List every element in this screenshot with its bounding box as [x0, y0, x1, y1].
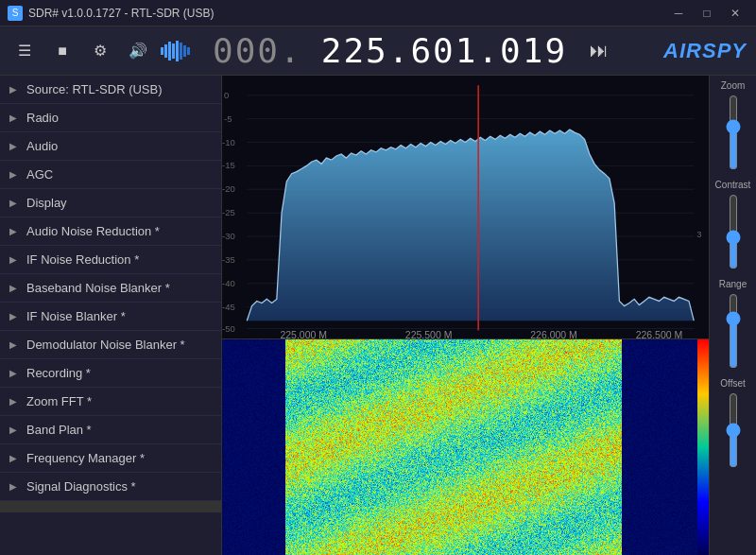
range-slider[interactable]: [726, 293, 741, 369]
spectrum-svg: 0 -5 -10 -15 -20 -25 -30 -35 -40 -45 -50…: [222, 76, 709, 338]
svg-text:-35: -35: [222, 254, 235, 265]
sidebar-arrow: ▶: [9, 368, 19, 378]
spectrum-area: 0 -5 -10 -15 -20 -25 -30 -35 -40 -45 -50…: [222, 76, 709, 555]
sidebar-arrow: ▶: [9, 226, 19, 236]
title-controls: ─ □ ✕: [665, 4, 748, 23]
contrast-control: Contrast: [710, 180, 756, 269]
svg-text:0: 0: [224, 90, 229, 100]
sidebar-item-label: Recording *: [26, 366, 91, 380]
range-control: Range: [710, 279, 756, 369]
sidebar-arrow: ▶: [9, 453, 19, 463]
zoom-control: Zoom: [710, 80, 756, 170]
close-button[interactable]: ✕: [722, 4, 748, 23]
airspy-logo: AIRSPY: [663, 39, 747, 63]
svg-text:-50: -50: [222, 323, 235, 334]
maximize-button[interactable]: □: [694, 4, 720, 23]
svg-text:225.500 M: 225.500 M: [405, 330, 453, 338]
sidebar-item-11[interactable]: ▶Zoom FFT *: [0, 388, 221, 416]
right-controls: Zoom Contrast Range Offset: [709, 76, 756, 555]
sidebar-item-8[interactable]: ▶IF Noise Blanker *: [0, 303, 221, 331]
offset-slider[interactable]: [726, 392, 741, 468]
sidebar-item-9[interactable]: ▶Demodulator Noise Blanker *: [0, 331, 221, 359]
sidebar-item-1[interactable]: ▶Radio: [0, 104, 221, 132]
app-icon: S: [8, 6, 23, 21]
sidebar-item-label: Audio Noise Reduction *: [26, 224, 160, 238]
svg-text:-20: -20: [222, 183, 235, 194]
settings-button[interactable]: ⚙: [85, 36, 115, 66]
sidebar-arrow: ▶: [9, 339, 19, 350]
freq-value: 225.601.019: [321, 31, 567, 70]
svg-text:-40: -40: [222, 278, 235, 288]
sidebar-item-0[interactable]: ▶Source: RTL-SDR (USB): [0, 76, 221, 104]
range-label: Range: [719, 279, 747, 289]
sidebar-item-label: IF Noise Blanker *: [26, 309, 126, 323]
zoom-slider[interactable]: [726, 95, 741, 170]
sidebar-scrollbar[interactable]: [0, 501, 221, 512]
svg-text:-10: -10: [222, 137, 235, 147]
sidebar-item-label: Source: RTL-SDR (USB): [26, 82, 163, 96]
sidebar-item-7[interactable]: ▶Baseband Noise Blanker *: [0, 274, 221, 303]
sidebar-item-label: IF Noise Reduction *: [26, 252, 139, 267]
svg-text:-25: -25: [222, 207, 235, 217]
svg-text:225.000 M: 225.000 M: [280, 330, 327, 338]
skip-button[interactable]: ⏭: [590, 40, 609, 61]
svg-text:-15: -15: [222, 161, 235, 171]
sidebar-item-label: AGC: [26, 167, 53, 182]
sidebar-arrow: ▶: [9, 283, 19, 293]
sidebar-arrow: ▶: [9, 84, 19, 95]
audio-button[interactable]: 🔊: [123, 36, 153, 66]
sidebar-arrow: ▶: [9, 481, 19, 492]
frequency-display: 000. 225.601.019: [203, 31, 576, 70]
sidebar-arrow: ▶: [9, 254, 19, 265]
offset-control: Offset: [710, 378, 756, 468]
menu-button[interactable]: ☰: [9, 36, 40, 66]
svg-text:-45: -45: [222, 302, 235, 312]
sidebar-item-label: Radio: [26, 111, 59, 125]
toolbar: ☰ ■ ⚙ 🔊 000. 225.601.019 ⏭ AIRSPY: [0, 26, 756, 76]
sidebar-item-label: Baseband Noise Blanker *: [26, 281, 170, 295]
svg-text:226.500 M: 226.500 M: [636, 330, 683, 338]
spectrum-panel[interactable]: 0 -5 -10 -15 -20 -25 -30 -35 -40 -45 -50…: [222, 76, 709, 339]
sidebar-item-4[interactable]: ▶Display: [0, 189, 221, 217]
minimize-button[interactable]: ─: [665, 4, 692, 23]
sidebar-item-label: Audio: [26, 139, 58, 153]
stop-button[interactable]: ■: [47, 36, 77, 66]
sidebar-item-13[interactable]: ▶Frequency Manager *: [0, 444, 221, 473]
svg-text:-30: -30: [222, 231, 235, 241]
title-bar: S SDR# v1.0.0.1727 - RTL-SDR (USB) ─ □ ✕: [0, 0, 756, 26]
sidebar-item-label: Signal Diagnostics *: [26, 479, 136, 494]
waterfall-canvas: [222, 339, 709, 555]
title-bar-left: S SDR# v1.0.0.1727 - RTL-SDR (USB): [8, 6, 215, 21]
sidebar-item-label: Display: [26, 196, 67, 210]
sidebar-item-label: Zoom FFT *: [26, 394, 92, 408]
sidebar-arrow: ▶: [9, 311, 19, 321]
sidebar-arrow: ▶: [9, 396, 19, 407]
sidebar-item-10[interactable]: ▶Recording *: [0, 359, 221, 388]
sidebar-arrow: ▶: [9, 425, 19, 435]
svg-text:-5: -5: [224, 113, 232, 124]
sidebar-arrow: ▶: [9, 113, 19, 123]
sidebar-item-3[interactable]: ▶AGC: [0, 161, 221, 189]
sidebar-arrow: ▶: [9, 169, 19, 180]
sidebar-item-5[interactable]: ▶Audio Noise Reduction *: [0, 217, 221, 246]
sidebar-item-12[interactable]: ▶Band Plan *: [0, 416, 221, 444]
sidebar-item-label: Frequency Manager *: [26, 451, 145, 465]
sidebar-item-label: Band Plan *: [26, 423, 92, 437]
svg-text:3: 3: [696, 229, 701, 239]
contrast-label: Contrast: [715, 180, 751, 190]
freq-prefix: 000.: [213, 31, 302, 70]
svg-text:226.000 M: 226.000 M: [530, 330, 577, 338]
waterfall-panel[interactable]: [222, 339, 709, 555]
sidebar-item-label: Demodulator Noise Blanker *: [26, 338, 185, 352]
sidebar-arrow: ▶: [9, 198, 19, 208]
contrast-slider[interactable]: [726, 194, 741, 269]
sidebar: ▶Source: RTL-SDR (USB)▶Radio▶Audio▶AGC▶D…: [0, 76, 222, 555]
offset-label: Offset: [720, 378, 746, 389]
sidebar-item-14[interactable]: ▶Signal Diagnostics *: [0, 473, 221, 501]
sidebar-arrow: ▶: [9, 141, 19, 151]
sidebar-item-6[interactable]: ▶IF Noise Reduction *: [0, 246, 221, 274]
vu-meter: [161, 38, 190, 64]
window-title: SDR# v1.0.0.1727 - RTL-SDR (USB): [28, 7, 215, 20]
sidebar-item-2[interactable]: ▶Audio: [0, 132, 221, 161]
main-content: ▶Source: RTL-SDR (USB)▶Radio▶Audio▶AGC▶D…: [0, 76, 756, 555]
